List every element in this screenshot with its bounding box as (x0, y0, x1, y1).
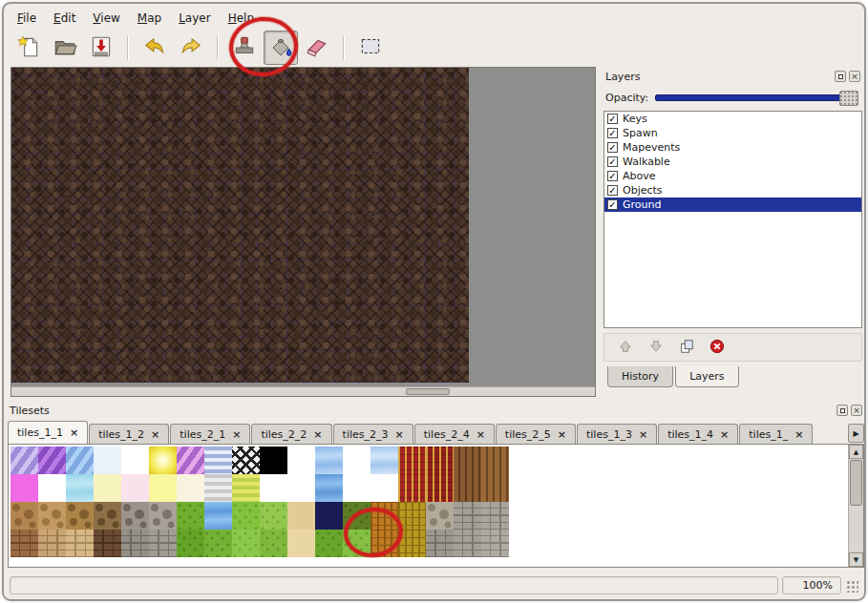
map-hscroll-thumb[interactable] (406, 388, 450, 395)
tileset-tile[interactable] (343, 530, 370, 557)
float-panel-icon[interactable] (835, 71, 846, 82)
tileset-tile[interactable] (315, 447, 343, 474)
tab-close-icon[interactable]: × (70, 427, 78, 438)
float-panel-icon[interactable] (836, 405, 848, 416)
tileset-tile[interactable] (121, 502, 149, 530)
tileset-tile[interactable] (454, 474, 481, 502)
tileset-tile[interactable] (454, 447, 481, 474)
fill-bucket-tool-button[interactable] (264, 31, 298, 65)
save-button[interactable] (84, 31, 118, 65)
map-hscrollbar[interactable] (11, 386, 595, 396)
tileset-tab-tiles_1_4[interactable]: tiles_1_4× (658, 424, 738, 444)
tileset-tile[interactable] (343, 502, 370, 530)
tileset-tile[interactable] (11, 447, 38, 474)
tileset-tile[interactable] (287, 502, 315, 530)
layer-row-above[interactable]: ✓Above (604, 169, 861, 183)
layer-visible-checkbox[interactable]: ✓ (607, 114, 618, 124)
tileset-tile[interactable] (426, 474, 454, 502)
tileset-tile[interactable] (149, 447, 177, 474)
tileset-tile[interactable] (66, 447, 94, 474)
tileset-tile[interactable] (177, 474, 204, 502)
layer-row-mapevents[interactable]: ✓Mapevents (604, 140, 861, 155)
tileset-tile[interactable] (177, 530, 204, 557)
tab-scroll-right-button[interactable]: ▶ (848, 424, 864, 443)
tileset-tile[interactable] (287, 474, 315, 502)
tileset-tile[interactable] (454, 502, 481, 530)
scroll-down-button[interactable]: ▼ (849, 552, 863, 567)
undo-button[interactable] (138, 31, 172, 65)
tileset-tile[interactable] (11, 502, 38, 530)
tileset-tile[interactable] (481, 502, 509, 530)
tileset-tile[interactable] (204, 502, 232, 530)
tileset-tile[interactable] (287, 447, 315, 474)
tileset-tab-tiles_2_4[interactable]: tiles_2_4× (414, 424, 495, 444)
tileset-tab-tiles_1_3[interactable]: tiles_1_3× (577, 424, 657, 444)
tileset-tile[interactable] (426, 530, 454, 557)
tab-close-icon[interactable]: × (151, 429, 159, 440)
tileset-tile[interactable] (11, 474, 38, 502)
tileset-tab-tiles_2_2[interactable]: tiles_2_2× (251, 424, 331, 444)
tab-close-icon[interactable]: × (720, 429, 729, 440)
layer-row-keys[interactable]: ✓Keys (604, 112, 861, 126)
layer-row-objects[interactable]: ✓Objects (604, 183, 861, 198)
tileset-tab-tiles_2_3[interactable]: tiles_2_3× (333, 424, 413, 444)
map-canvas[interactable] (11, 68, 469, 383)
tileset-tile[interactable] (204, 474, 232, 502)
eraser-tool-button[interactable] (300, 31, 334, 65)
tileset-tile[interactable] (426, 502, 454, 530)
tileset-tile[interactable] (315, 502, 343, 530)
tab-layers[interactable]: Layers (675, 366, 738, 387)
tileset-tile[interactable] (260, 530, 287, 557)
layer-delete-button[interactable] (708, 338, 727, 357)
layer-visible-checkbox[interactable]: ✓ (607, 171, 618, 181)
tileset-tile[interactable] (426, 447, 454, 474)
tileset-tile[interactable] (232, 447, 260, 474)
layer-visible-checkbox[interactable]: ✓ (607, 142, 618, 153)
palette-vscrollbar[interactable]: ▲ ▼ (848, 445, 863, 567)
tileset-tile[interactable] (204, 447, 232, 474)
palette-vscroll-thumb[interactable] (850, 460, 862, 506)
new-file-button[interactable] (11, 31, 46, 65)
tab-close-icon[interactable]: × (558, 429, 566, 440)
tileset-tile[interactable] (38, 447, 66, 474)
tileset-tile[interactable] (66, 474, 94, 502)
tileset-tile[interactable] (454, 530, 481, 557)
tab-close-icon[interactable]: × (639, 429, 647, 440)
tileset-tile[interactable] (66, 530, 94, 557)
tileset-tile[interactable] (260, 447, 287, 474)
close-panel-icon[interactable]: × (851, 405, 862, 416)
tileset-tile[interactable] (481, 474, 509, 502)
tileset-tile[interactable] (398, 474, 426, 502)
tileset-tile[interactable] (260, 502, 287, 530)
tileset-tile[interactable] (121, 447, 149, 474)
rect-select-tool-button[interactable] (353, 31, 388, 65)
menu-map[interactable]: Map (130, 9, 169, 28)
tileset-tile[interactable] (149, 502, 177, 530)
tileset-tile[interactable] (11, 530, 38, 557)
tileset-tile[interactable] (121, 530, 149, 557)
tileset-tile[interactable] (370, 474, 398, 502)
tileset-tab-tiles_1_1[interactable]: tiles_1_1× (8, 421, 88, 444)
tileset-tile[interactable] (94, 502, 121, 530)
tab-close-icon[interactable]: × (476, 429, 485, 440)
tileset-tile[interactable] (94, 447, 121, 474)
tileset-tile[interactable] (38, 530, 66, 557)
layer-duplicate-button[interactable] (677, 338, 696, 357)
layer-visible-checkbox[interactable]: ✓ (607, 199, 618, 210)
tileset-tile[interactable] (398, 530, 426, 557)
tileset-tile[interactable] (149, 474, 177, 502)
tileset-tile[interactable] (260, 474, 287, 502)
layer-row-walkable[interactable]: ✓Walkable (604, 155, 861, 169)
tileset-tile[interactable] (343, 447, 370, 474)
tileset-tile[interactable] (315, 530, 343, 557)
tileset-tile[interactable] (481, 447, 509, 474)
tileset-tile[interactable] (38, 502, 66, 530)
menu-help[interactable]: Help (221, 9, 262, 28)
tileset-tile[interactable] (370, 502, 398, 530)
layer-row-spawn[interactable]: ✓Spawn (604, 126, 861, 140)
layer-visible-checkbox[interactable]: ✓ (607, 156, 618, 167)
layer-visible-checkbox[interactable]: ✓ (607, 128, 618, 138)
opacity-slider[interactable] (655, 94, 857, 101)
layer-visible-checkbox[interactable]: ✓ (607, 185, 618, 196)
menu-edit[interactable]: Edit (46, 9, 83, 28)
